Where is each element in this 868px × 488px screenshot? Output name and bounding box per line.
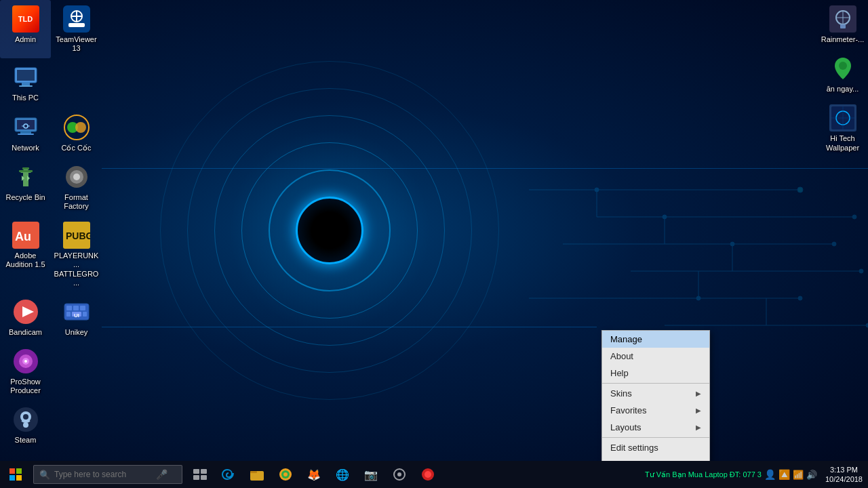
desktop-icon-recycle-bin[interactable]: Recycle Bin xyxy=(0,158,51,216)
file-explorer-icon xyxy=(250,468,264,481)
desktop-icon-rainmeter[interactable]: Rainmeter-... xyxy=(817,0,868,49)
svg-rect-48 xyxy=(66,176,69,178)
svg-point-15 xyxy=(797,187,803,192)
svg-rect-27 xyxy=(17,70,35,81)
svg-point-97 xyxy=(397,472,401,476)
edge-browser-button[interactable] xyxy=(215,461,242,488)
svg-rect-29 xyxy=(19,85,33,87)
svg-rect-47 xyxy=(76,184,77,188)
svg-rect-62 xyxy=(83,312,87,317)
svg-text:Au: Au xyxy=(15,230,31,243)
menu-item-layouts[interactable]: Layouts ▶ xyxy=(602,419,709,436)
svg-rect-28 xyxy=(22,83,30,85)
desktop-icon-bandicam[interactable]: Bandicam xyxy=(0,293,51,342)
svg-point-95 xyxy=(283,472,288,476)
h-line-1 xyxy=(102,168,868,169)
an-ngay-icon xyxy=(829,55,856,82)
app6-button[interactable]: 🌐 xyxy=(329,461,356,488)
menu-item-skins[interactable]: Skins ▶ xyxy=(602,385,709,402)
unikey-label: Unikey xyxy=(65,328,88,337)
desktop-icon-proshow[interactable]: ProShow Producer xyxy=(0,342,51,401)
task-view-button[interactable] xyxy=(186,461,214,488)
rainmeter-icon xyxy=(829,5,856,33)
desktop-icon-unikey[interactable]: UI Unikey xyxy=(51,293,102,342)
tray-network-icon[interactable]: 📶 xyxy=(793,470,804,480)
pubg-label: PLAYERUNK... BATTLEGRO... xyxy=(54,251,99,287)
desktop-icons-left: TLD Admin TeamViewer 13 xyxy=(0,0,102,451)
skins-arrow: ▶ xyxy=(696,390,701,397)
steam-label: Steam xyxy=(15,436,37,445)
svg-rect-59 xyxy=(80,306,85,310)
taskbar-search-box[interactable]: 🔍 🎤 xyxy=(33,465,182,484)
svg-rect-60 xyxy=(66,312,71,317)
menu-item-about[interactable]: About xyxy=(602,348,709,365)
svg-point-71 xyxy=(23,422,28,428)
svg-point-11 xyxy=(595,188,599,192)
browser-2-icon xyxy=(279,468,292,481)
tray-person-icon[interactable]: 👤 xyxy=(764,469,776,480)
admin-label: Admin xyxy=(15,35,36,44)
app7-button[interactable]: 📷 xyxy=(357,461,384,488)
menu-item-help[interactable]: Help xyxy=(602,365,709,382)
svg-rect-90 xyxy=(201,475,207,480)
menu-item-refresh-all[interactable]: Refresh all xyxy=(602,456,709,461)
desktop-icon-network[interactable]: Network xyxy=(0,108,51,158)
start-button[interactable] xyxy=(0,461,31,488)
tray-clock[interactable]: 3:13 PM 10/24/2018 xyxy=(820,465,868,485)
svg-rect-33 xyxy=(18,134,34,135)
svg-point-39 xyxy=(75,122,86,133)
svg-rect-89 xyxy=(193,475,199,480)
tray-chevron-icon[interactable]: 🔼 xyxy=(778,469,790,480)
svg-rect-57 xyxy=(66,306,72,310)
recycle-bin-icon xyxy=(12,163,39,190)
svg-rect-32 xyxy=(20,131,31,134)
desktop-icon-format-factory[interactable]: Format Factory xyxy=(51,158,102,216)
desktop-icon-this-pc[interactable]: This PC xyxy=(0,58,51,108)
adobe-label: Adobe Audition 1.5 xyxy=(3,251,48,269)
svg-point-13 xyxy=(730,242,734,246)
menu-separator-1 xyxy=(602,383,709,384)
desktop-icon-steam[interactable]: Steam xyxy=(0,401,51,450)
menu-item-favorites[interactable]: Favorites ▶ xyxy=(602,402,709,419)
h-line-2 xyxy=(102,327,597,327)
file-explorer-button[interactable] xyxy=(243,461,271,488)
network-label: Network xyxy=(12,144,39,152)
search-input[interactable] xyxy=(54,470,156,479)
svg-point-17 xyxy=(832,242,836,246)
favorites-arrow: ▶ xyxy=(696,407,701,414)
tray-volume-icon[interactable]: 🔊 xyxy=(806,470,817,480)
desktop-icon-admin[interactable]: TLD Admin xyxy=(0,0,51,58)
app5-button[interactable]: 🦊 xyxy=(300,461,328,488)
app8-button[interactable] xyxy=(386,461,413,488)
desktop-icon-hitech-wallpaper[interactable]: Hi Tech Wallpaper xyxy=(817,99,868,157)
format-factory-icon xyxy=(63,163,90,190)
svg-rect-58 xyxy=(73,306,79,310)
svg-point-16 xyxy=(852,215,856,219)
desktop-icon-coccoc[interactable]: Cốc Cốc xyxy=(51,108,102,158)
svg-point-18 xyxy=(859,269,863,273)
desktop-icons-right: Rainmeter-... ăn ngay... Hi xyxy=(817,0,868,158)
svg-rect-85 xyxy=(9,475,15,481)
windows-icon xyxy=(9,468,22,481)
svg-point-67 xyxy=(24,360,27,363)
proshow-label: ProShow Producer xyxy=(3,378,48,395)
desktop-icon-pubg[interactable]: PUBG PLAYERUNK... BATTLEGRO... xyxy=(51,216,102,293)
app9-button[interactable] xyxy=(414,461,441,488)
svg-point-77 xyxy=(839,62,847,70)
menu-separator-2 xyxy=(602,437,709,438)
browser-2-button[interactable] xyxy=(272,461,299,488)
menu-item-edit-settings[interactable]: Edit settings xyxy=(602,439,709,456)
desktop: TLD Admin TeamViewer 13 xyxy=(0,0,868,461)
clock-time: 3:13 PM xyxy=(830,465,858,474)
rainmeter-label: Rainmeter-... xyxy=(821,35,865,44)
teamviewer-label: TeamViewer 13 xyxy=(54,35,99,53)
menu-item-manage[interactable]: Manage xyxy=(602,331,709,348)
desktop-icon-an-ngay[interactable]: ăn ngay... xyxy=(817,49,868,99)
desktop-icon-adobe[interactable]: Au Adobe Audition 1.5 xyxy=(0,216,51,293)
svg-point-45 xyxy=(73,174,80,180)
task-view-icon xyxy=(193,469,207,480)
svg-rect-88 xyxy=(201,469,207,474)
svg-point-14 xyxy=(696,296,701,300)
desktop-icon-teamviewer[interactable]: TeamViewer 13 xyxy=(51,0,102,58)
svg-rect-83 xyxy=(9,468,15,474)
